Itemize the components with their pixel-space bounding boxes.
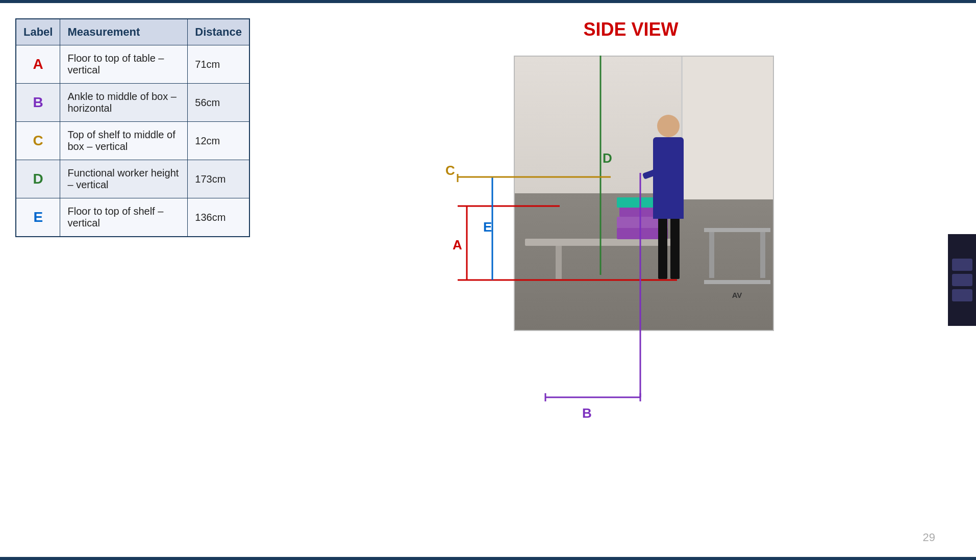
col-header-label: Label: [16, 19, 60, 45]
person-figure: [648, 85, 696, 279]
svg-text:B: B: [582, 405, 592, 421]
measurement-A: Floor to top of table – vertical: [60, 45, 188, 84]
diagram-section: SIDE VIEW: [250, 13, 961, 433]
measurement-C: Top of shelf to middle of box – vertical: [60, 122, 188, 160]
cart-top: [704, 228, 770, 232]
label-C: C: [16, 122, 60, 160]
label-E: E: [16, 198, 60, 237]
right-thumbnail-panel[interactable]: [948, 234, 976, 326]
cart-shelf: [704, 280, 770, 284]
table-row: A Floor to top of table – vertical 71cm: [16, 45, 249, 84]
label-B: B: [16, 84, 60, 122]
page-number: 29: [923, 531, 935, 544]
table-row: E Floor to top of shelf – vertical 136cm: [16, 198, 249, 237]
measurement-B: Ankle to middle of box – horizontal: [60, 84, 188, 122]
svg-text:A: A: [453, 237, 462, 252]
side-view-title: SIDE VIEW: [583, 18, 678, 40]
table-row: C Top of shelf to middle of box – vertic…: [16, 122, 249, 160]
measurement-D: Functional worker height – vertical: [60, 160, 188, 198]
label-D: D: [16, 160, 60, 198]
label-A: A: [16, 45, 60, 84]
av-label: AV: [704, 291, 770, 299]
svg-text:C: C: [445, 163, 455, 178]
table-leg: [556, 246, 562, 279]
thumbnail-item-3: [952, 289, 972, 301]
distance-C: 12cm: [188, 122, 249, 160]
photo-frame: AV: [514, 56, 774, 331]
thumbnail-item-2: [952, 274, 972, 286]
distance-E: 136cm: [188, 198, 249, 237]
distance-A: 71cm: [188, 45, 249, 84]
table-row: D Functional worker height – vertical 17…: [16, 160, 249, 198]
side-cart: AV: [704, 228, 770, 299]
measurement-E: Floor to top of shelf – vertical: [60, 198, 188, 237]
measurements-table: Label Measurement Distance A Floor to to…: [15, 18, 250, 237]
leg-left: [670, 218, 680, 279]
measurements-table-section: Label Measurement Distance A Floor to to…: [15, 18, 250, 237]
table-row: B Ankle to middle of box – horizontal 56…: [16, 84, 249, 122]
svg-text:E: E: [483, 219, 492, 235]
thumbnail-item-1: [952, 259, 972, 271]
col-header-distance: Distance: [188, 19, 249, 45]
distance-D: 173cm: [188, 160, 249, 198]
col-header-measurement: Measurement: [60, 19, 188, 45]
torso: [653, 137, 684, 219]
head: [657, 115, 680, 137]
cart-leg-1: [709, 232, 714, 278]
cart-leg-2: [760, 232, 765, 278]
diagram-container: AV D: [412, 45, 799, 433]
slide: Label Measurement Distance A Floor to to…: [0, 0, 976, 560]
leg-right: [658, 218, 667, 279]
distance-B: 56cm: [188, 84, 249, 122]
